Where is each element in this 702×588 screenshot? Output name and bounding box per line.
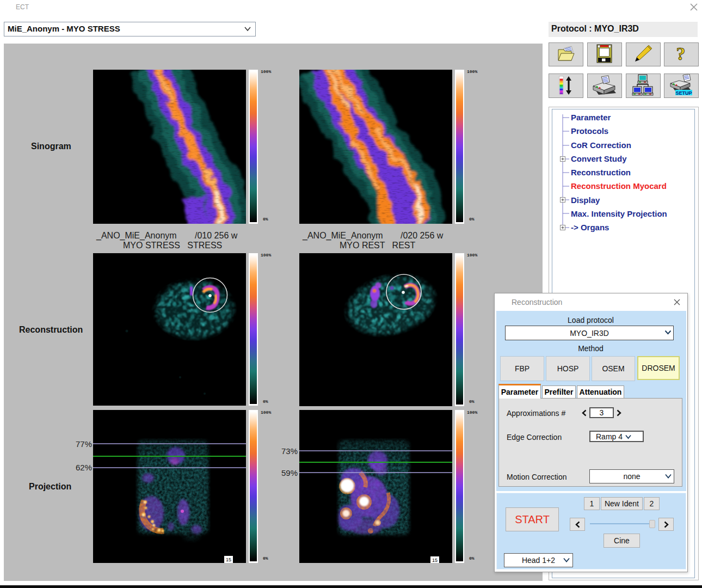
- svg-text:SETUP: SETUP: [675, 90, 692, 96]
- svg-text:15: 15: [226, 557, 231, 562]
- svg-text:15: 15: [432, 558, 438, 563]
- svg-text:?: ?: [676, 44, 686, 64]
